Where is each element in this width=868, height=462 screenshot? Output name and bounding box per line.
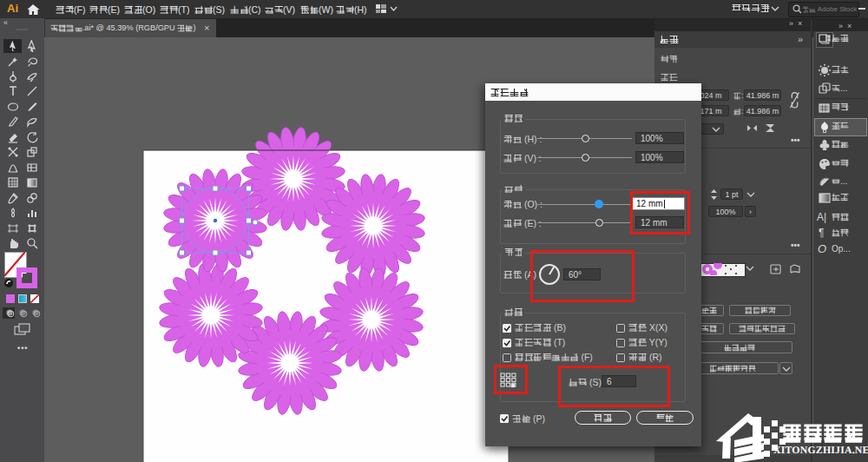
- svg-text:XITONGZHIJIA.NET: XITONGZHIJIA.NET: [773, 444, 868, 456]
